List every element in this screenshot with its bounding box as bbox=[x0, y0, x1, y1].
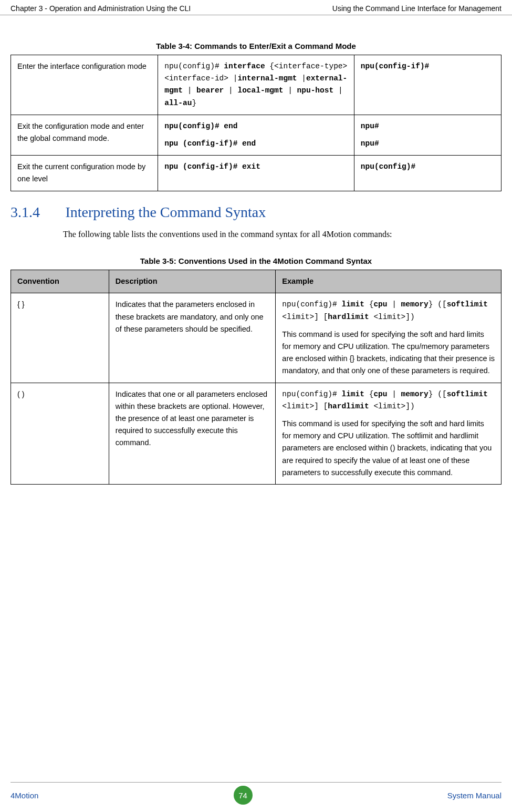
cell-command: npu(config)# end npu (config-if)# end bbox=[158, 115, 354, 155]
cell-desc: Exit the current configuration mode by o… bbox=[11, 156, 158, 191]
cell-prompt: npu(config)# bbox=[354, 156, 501, 191]
table-row: ( ) Indicates that one or all parameters… bbox=[11, 383, 501, 484]
table-row: Exit the configuration mode and enter th… bbox=[11, 115, 501, 155]
table-header-row: Convention Description Example bbox=[11, 270, 501, 293]
col-convention: Convention bbox=[11, 270, 109, 293]
table-row: Exit the current configuration mode by o… bbox=[11, 156, 501, 191]
table-3-4: Enter the interface configuration mode n… bbox=[11, 55, 501, 191]
cell-example: npu(config)# limit {cpu | memory} ([soft… bbox=[276, 293, 501, 383]
section-title: Interpreting the Command Syntax bbox=[65, 204, 266, 221]
page-header: Chapter 3 - Operation and Administration… bbox=[0, 0, 512, 15]
page-content: Table 3-4: Commands to Enter/Exit a Comm… bbox=[0, 15, 512, 485]
cell-description: Indicates that one or all parameters enc… bbox=[109, 383, 276, 484]
cell-prompt: npu(config-if)# bbox=[354, 55, 501, 115]
table-3-4-title: Table 3-4: Commands to Enter/Exit a Comm… bbox=[11, 42, 501, 50]
table-3-5: Convention Description Example { } Indic… bbox=[11, 270, 501, 485]
page-footer: 4Motion 74 System Manual bbox=[11, 782, 501, 805]
table-row: { } Indicates that the parameters enclos… bbox=[11, 293, 501, 383]
cell-description: Indicates that the parameters enclosed i… bbox=[109, 293, 276, 383]
col-example: Example bbox=[276, 270, 501, 293]
section-body-text: The following table lists the convention… bbox=[63, 228, 501, 241]
cell-desc: Enter the interface configuration mode bbox=[11, 55, 158, 115]
header-right: Using the Command Line Interface for Man… bbox=[332, 4, 501, 13]
cell-desc: Exit the configuration mode and enter th… bbox=[11, 115, 158, 155]
section-number: 3.1.4 bbox=[11, 204, 63, 221]
footer-left: 4Motion bbox=[11, 791, 38, 800]
footer-right: System Manual bbox=[447, 791, 501, 800]
table-row: Enter the interface configuration mode n… bbox=[11, 55, 501, 115]
cell-convention: ( ) bbox=[11, 383, 109, 484]
cell-command: npu (config-if)# exit bbox=[158, 156, 354, 191]
col-description: Description bbox=[109, 270, 276, 293]
table-3-5-title: Table 3-5: Conventions Used in the 4Moti… bbox=[11, 256, 501, 265]
header-left: Chapter 3 - Operation and Administration… bbox=[11, 4, 191, 13]
cell-prompt: npu# npu# bbox=[354, 115, 501, 155]
cell-example: npu(config)# limit {cpu | memory} ([soft… bbox=[276, 383, 501, 484]
page-number-badge: 74 bbox=[234, 786, 253, 805]
section-heading: 3.1.4 Interpreting the Command Syntax bbox=[11, 204, 501, 221]
cell-convention: { } bbox=[11, 293, 109, 383]
cell-command: npu(config)# interface {<interface-type>… bbox=[158, 55, 354, 115]
